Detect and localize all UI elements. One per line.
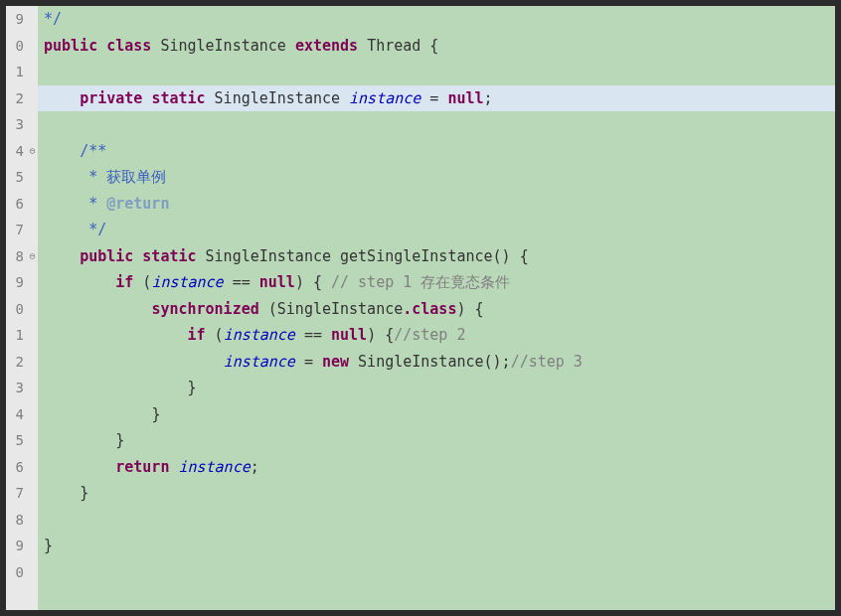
line-number: 6 [6, 191, 38, 218]
field-name: instance [349, 89, 420, 107]
kw-class: class [106, 37, 151, 55]
line-number: 2 [6, 85, 38, 112]
editor-container: 901234⊖5678⊖901234567890 */ public class… [0, 0, 841, 616]
class-name: SingleInstance [160, 37, 285, 55]
code-line[interactable]: * 获取单例 [38, 164, 835, 191]
code-line[interactable]: public static SingleInstance getSingleIn… [38, 243, 835, 270]
javadoc-close: */ [88, 221, 106, 238]
line-comment: //step 3 [511, 353, 583, 371]
brace: { [420, 37, 438, 55]
comment-close: */ [44, 10, 62, 28]
javadoc-open: /** [80, 142, 106, 160]
code-line[interactable]: /** [38, 138, 835, 165]
kw-private: private [80, 89, 142, 107]
code-line[interactable] [38, 59, 835, 85]
kw-synchronized: synchronized [151, 300, 258, 318]
javadoc-text: 获取单例 [97, 168, 166, 186]
line-number: 5 [6, 427, 38, 454]
code-line[interactable]: if (instance == null) { // step 1 存在竟态条件 [38, 269, 835, 296]
code-line[interactable]: } [38, 533, 835, 559]
code-line[interactable]: } [38, 480, 835, 507]
line-number: 7 [6, 480, 38, 507]
line-number: 3 [6, 111, 38, 138]
line-number: 8 [6, 507, 38, 534]
javadoc-tag: @return [97, 195, 169, 213]
kw-new: new [322, 353, 349, 371]
line-number: 9 [6, 269, 38, 296]
code-line[interactable]: } [38, 401, 835, 428]
line-comment: // step 1 存在竟态条件 [322, 273, 510, 291]
line-number: 0 [6, 559, 38, 586]
fold-toggle-icon[interactable]: ⊖ [27, 250, 38, 261]
code-line[interactable] [38, 559, 835, 586]
return-type: SingleInstance [206, 247, 331, 265]
code-line[interactable]: return instance; [38, 454, 835, 481]
code-line[interactable]: } [38, 427, 835, 454]
code-line[interactable]: synchronized (SingleInstance.class) { [38, 296, 835, 323]
field-ref: instance [224, 326, 295, 344]
code-line[interactable]: instance = new SingleInstance();//step 3 [38, 349, 835, 376]
code-area[interactable]: */ public class SingleInstance extends T… [38, 6, 835, 610]
kw-null: null [447, 89, 483, 107]
line-number: 4 [6, 401, 38, 428]
field-ref: instance [169, 458, 250, 476]
kw-extends: extends [295, 37, 358, 55]
code-line[interactable]: } [38, 375, 835, 401]
line-number: 9 [6, 533, 38, 559]
line-number: 0 [6, 296, 38, 323]
kw-static: static [151, 89, 205, 107]
line-number: 8⊖ [6, 243, 38, 270]
code-editor[interactable]: 901234⊖5678⊖901234567890 */ public class… [6, 6, 835, 610]
field-type: SingleInstance [215, 89, 340, 107]
line-number: 5 [6, 164, 38, 191]
method-name: getSingleInstance [340, 247, 493, 265]
kw-if: if [188, 326, 206, 344]
fold-toggle-icon[interactable]: ⊖ [27, 145, 38, 156]
code-line[interactable] [38, 507, 835, 534]
kw-static: static [142, 247, 196, 265]
line-number: 1 [6, 322, 38, 349]
line-number: 0 [6, 33, 38, 60]
line-number: 9 [6, 6, 38, 33]
kw-return: return [115, 458, 169, 476]
code-line[interactable] [38, 111, 835, 138]
line-number: 6 [6, 454, 38, 481]
field-ref: instance [151, 273, 223, 291]
line-number: 3 [6, 375, 38, 401]
kw-public: public [44, 37, 97, 55]
code-line[interactable]: public class SingleInstance extends Thre… [38, 33, 835, 60]
code-line[interactable]: if (instance == null) {//step 2 [38, 322, 835, 349]
code-line[interactable]: */ [38, 6, 835, 33]
gutter: 901234⊖5678⊖901234567890 [6, 6, 38, 610]
line-number: 7 [6, 217, 38, 243]
field-ref: instance [224, 353, 295, 371]
super-class: Thread [367, 37, 420, 55]
line-comment: //step 2 [394, 326, 465, 344]
code-line-highlighted[interactable]: private static SingleInstance instance =… [38, 85, 835, 112]
line-number: 2 [6, 349, 38, 376]
kw-public: public [80, 247, 133, 265]
kw-if: if [115, 273, 133, 291]
line-number: 4⊖ [6, 138, 38, 165]
line-number: 1 [6, 59, 38, 85]
code-line[interactable]: */ [38, 217, 835, 243]
code-line[interactable]: * @return [38, 191, 835, 218]
